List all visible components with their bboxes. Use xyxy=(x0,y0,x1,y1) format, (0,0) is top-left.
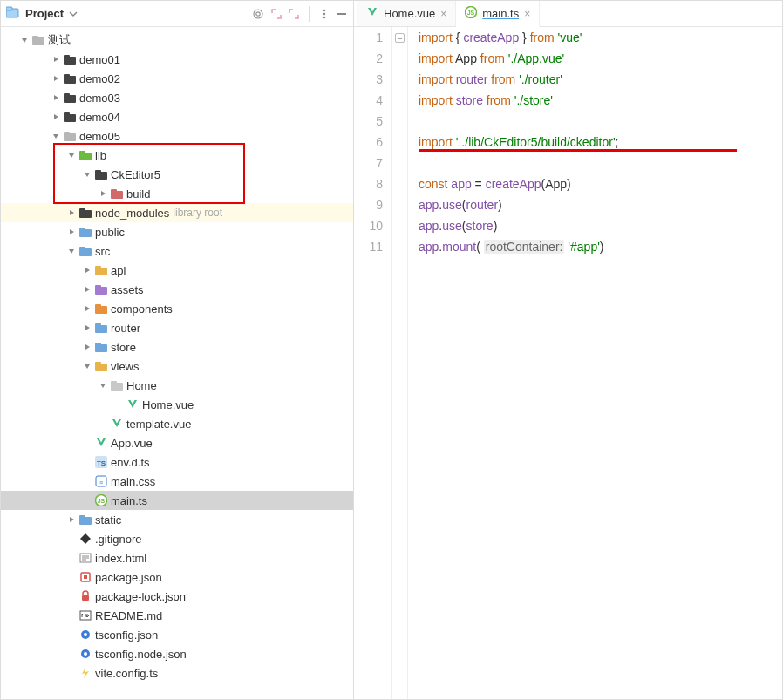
tree-item[interactable]: README.md xyxy=(1,606,353,625)
tree-item[interactable]: static xyxy=(1,510,353,529)
chevron-right-icon[interactable] xyxy=(81,304,93,313)
more-icon[interactable] xyxy=(318,8,330,20)
chevron-right-icon[interactable] xyxy=(50,93,62,102)
chevron-right-icon[interactable] xyxy=(81,343,93,351)
tree-item[interactable]: demo04 xyxy=(1,107,353,126)
tree-item[interactable]: public xyxy=(1,222,353,241)
expand-icon[interactable] xyxy=(270,8,283,20)
tscfg-icon xyxy=(78,648,93,660)
chevron-right-icon[interactable] xyxy=(50,112,62,121)
tree-item-label: src xyxy=(95,245,110,258)
tree-item[interactable]: demo03 xyxy=(1,88,353,107)
folder-dark-icon xyxy=(62,73,78,85)
folder-dark-icon xyxy=(93,169,109,180)
chevron-down-icon[interactable] xyxy=(65,247,78,255)
collapse-icon[interactable] xyxy=(288,8,300,20)
folder-dark-icon xyxy=(78,207,93,219)
svg-rect-33 xyxy=(95,266,101,269)
close-icon[interactable]: × xyxy=(524,8,530,20)
tree-item[interactable]: router xyxy=(1,318,353,337)
svg-rect-17 xyxy=(64,112,70,116)
chevron-right-icon[interactable] xyxy=(65,515,78,524)
chevron-right-icon[interactable] xyxy=(81,285,93,294)
tree-item[interactable]: ≡main.css xyxy=(1,472,353,491)
close-icon[interactable]: × xyxy=(440,8,446,20)
tree-item[interactable]: index.html xyxy=(1,548,353,567)
code-line[interactable]: import App from './App.vue' xyxy=(419,48,782,69)
editor-tab[interactable]: Home.vue× xyxy=(357,1,456,26)
code-content[interactable]: import { createApp } from 'vue'import Ap… xyxy=(408,27,782,699)
code-line[interactable]: const app = createApp(App) xyxy=(419,173,782,194)
tree-item[interactable]: components xyxy=(1,299,353,318)
chevron-right-icon[interactable] xyxy=(65,208,78,217)
tree-item[interactable]: Home.vue xyxy=(1,395,353,414)
tree-item[interactable]: Home xyxy=(1,376,353,395)
tree-item-label: package.json xyxy=(95,571,162,584)
tree-item[interactable]: assets xyxy=(1,280,353,299)
tree-item[interactable]: .gitignore xyxy=(1,529,353,548)
tree-item[interactable]: package-lock.json xyxy=(1,587,353,606)
code-line[interactable] xyxy=(419,153,782,173)
tree-item-label: Home.vue xyxy=(142,398,194,411)
tree-item[interactable]: lib xyxy=(1,146,353,165)
tree-item[interactable]: src xyxy=(1,241,353,261)
chevron-down-icon[interactable] xyxy=(97,381,109,390)
chevron-down-icon[interactable] xyxy=(69,10,78,18)
tree-item[interactable]: vite.config.ts xyxy=(1,663,353,683)
tree-item[interactable]: JSmain.ts xyxy=(1,491,353,510)
tree-item[interactable]: views xyxy=(1,357,353,376)
vue-icon xyxy=(93,437,109,449)
editor-tab[interactable]: JSmain.ts× xyxy=(456,1,540,27)
tree-item[interactable]: tsconfig.node.json xyxy=(1,644,353,663)
code-line[interactable]: import router from './router' xyxy=(419,69,782,90)
tree-item[interactable]: CkEditor5 xyxy=(1,165,353,184)
code-line[interactable]: app.use(router) xyxy=(419,194,782,215)
svg-rect-23 xyxy=(95,170,101,173)
tree-item[interactable]: demo05 xyxy=(1,126,353,146)
tree-item-label: tsconfig.json xyxy=(95,629,158,642)
js-icon: JS xyxy=(465,6,477,21)
tree-item[interactable]: App.vue xyxy=(1,433,353,452)
code-line[interactable]: import { createApp } from 'vue' xyxy=(419,27,782,48)
target-icon[interactable] xyxy=(251,7,265,21)
chevron-right-icon[interactable] xyxy=(65,228,78,236)
tree-item[interactable]: tsconfig.json xyxy=(1,625,353,644)
chevron-down-icon[interactable] xyxy=(81,170,93,179)
tree-item-label: template.vue xyxy=(126,418,191,431)
svg-rect-54 xyxy=(79,515,85,519)
tree-item-label: CkEditor5 xyxy=(111,168,160,181)
code-line[interactable]: import store from './store' xyxy=(419,90,782,111)
fold-toggle-icon[interactable]: – xyxy=(395,33,405,43)
folder-blue-icon xyxy=(93,342,109,353)
code-line[interactable]: import '../lib/CkEditor5/build/ckeditor'… xyxy=(419,132,782,153)
tree-item[interactable]: store xyxy=(1,337,353,357)
tree-item[interactable]: api xyxy=(1,261,353,280)
project-icon xyxy=(6,6,20,21)
tree-item[interactable]: package.json xyxy=(1,567,353,587)
chevron-down-icon[interactable] xyxy=(18,36,31,44)
code-line[interactable]: app.mount( rootContainer: '#app') xyxy=(419,236,782,257)
editor-tabs: Home.vue×JSmain.ts× xyxy=(354,1,782,27)
tree-item[interactable]: node_moduleslibrary root xyxy=(1,203,353,222)
tree-item[interactable]: template.vue xyxy=(1,414,353,433)
code-line[interactable]: app.use(store) xyxy=(419,215,782,236)
chevron-down-icon[interactable] xyxy=(50,132,62,140)
tree-item[interactable]: TSenv.d.ts xyxy=(1,452,353,472)
chevron-right-icon[interactable] xyxy=(81,323,93,332)
tree-root[interactable]: 测试 xyxy=(1,31,353,50)
tree-item[interactable]: build xyxy=(1,184,353,203)
sidebar-title[interactable]: Project xyxy=(25,7,64,20)
chevron-right-icon[interactable] xyxy=(50,55,62,64)
chevron-right-icon[interactable] xyxy=(97,189,109,198)
code-line[interactable] xyxy=(419,111,782,132)
chevron-down-icon[interactable] xyxy=(65,151,78,160)
project-tree[interactable]: 测试demo01demo02demo03demo04demo05libCkEdi… xyxy=(1,27,353,686)
tree-item[interactable]: demo02 xyxy=(1,69,353,88)
folder-yellow-icon xyxy=(93,265,109,276)
chevron-down-icon[interactable] xyxy=(81,362,93,370)
chevron-right-icon[interactable] xyxy=(50,74,62,83)
fold-gutter[interactable]: – xyxy=(392,27,408,699)
tree-item[interactable]: demo01 xyxy=(1,50,353,69)
minimize-icon[interactable] xyxy=(336,8,348,20)
chevron-right-icon[interactable] xyxy=(81,266,93,275)
